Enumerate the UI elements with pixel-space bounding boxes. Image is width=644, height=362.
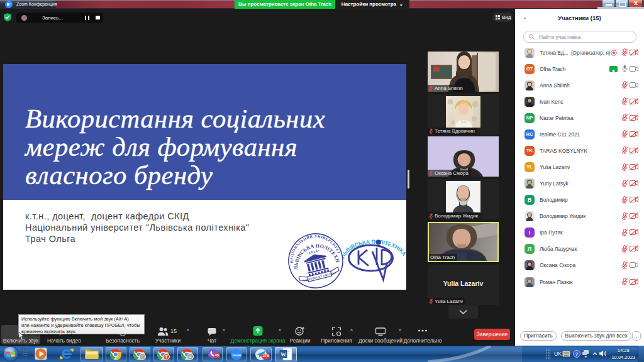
svg-text:?: ? (575, 351, 579, 357)
svg-text:zoom: zoom (232, 353, 241, 356)
svg-text:W: W (280, 351, 286, 358)
